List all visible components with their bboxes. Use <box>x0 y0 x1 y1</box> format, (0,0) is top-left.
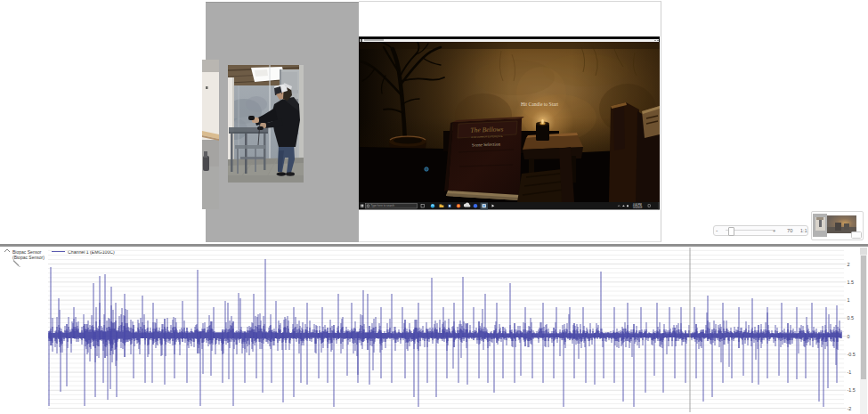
svg-text:Hit Candle to Start: Hit Candle to Start <box>521 101 559 107</box>
svg-text:-1.5: -1.5 <box>848 387 856 393</box>
svg-text:The Bellows: The Bellows <box>470 125 503 134</box>
svg-text:1: 1 <box>848 297 850 303</box>
svg-text:-2: -2 <box>848 406 852 411</box>
svg-text:2: 2 <box>848 262 850 267</box>
svg-text:-0.5: -0.5 <box>848 352 856 357</box>
svg-text:-1: -1 <box>848 369 852 375</box>
svg-text:0.5: 0.5 <box>848 315 855 321</box>
svg-text:0: 0 <box>848 334 850 339</box>
svg-text:1.5: 1.5 <box>848 280 855 285</box>
svg-text:Type here to search: Type here to search <box>371 204 395 207</box>
svg-text:5/1/2019: 5/1/2019 <box>633 206 643 209</box>
